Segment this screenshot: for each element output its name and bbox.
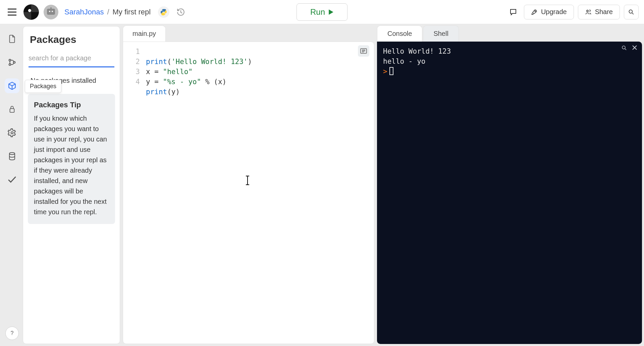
workspace: Packages ? Packages No packages installe… [0, 24, 644, 346]
help-button[interactable]: ? [5, 327, 19, 340]
breadcrumb-user-link[interactable]: SarahJonas [64, 8, 104, 16]
terminal-prompt-line: > [383, 66, 636, 76]
terminal-line: Hello World! 123 [383, 46, 636, 56]
svg-point-12 [9, 153, 15, 155]
run-button-label: Run [310, 7, 325, 17]
editor-tabs: main.py [123, 26, 374, 42]
terminal-cursor-icon [389, 67, 393, 75]
packages-tip-body: If you know which packages you want to u… [34, 113, 109, 217]
run-button[interactable]: Run [297, 3, 347, 21]
rocket-icon [531, 9, 538, 15]
markdown-preview-icon[interactable] [358, 45, 369, 57]
terminal-close-icon[interactable] [632, 45, 637, 51]
svg-point-14 [622, 46, 625, 49]
avatar[interactable] [44, 5, 58, 19]
console-tabs: Console Shell [377, 26, 642, 42]
svg-point-1 [49, 11, 50, 12]
editor-column: main.py 1 2 3 4 print('Hello World! 123'… [123, 26, 374, 344]
svg-rect-10 [10, 109, 14, 112]
svg-rect-3 [50, 7, 52, 9]
line-number: 3 [123, 67, 140, 77]
packages-panel: Packages No packages installed Packages … [23, 26, 120, 344]
people-icon [585, 9, 592, 15]
svg-point-8 [9, 64, 11, 65]
editor-tab-main[interactable]: main.py [123, 25, 166, 42]
python-language-icon [158, 6, 169, 18]
packages-panel-title: Packages [23, 26, 120, 50]
line-number: 1 [123, 47, 140, 57]
tab-shell[interactable]: Shell [423, 25, 459, 42]
history-icon[interactable] [174, 5, 187, 19]
terminal-search-icon[interactable] [621, 45, 627, 51]
packages-icon[interactable]: Packages [5, 78, 19, 93]
text-cursor-icon [247, 176, 248, 185]
breadcrumb-repl-name: My first repl [113, 8, 151, 16]
hamburger-menu-icon[interactable] [5, 5, 19, 19]
share-label: Share [595, 8, 613, 16]
terminal[interactable]: Hello World! 123 hello - yo > [377, 42, 642, 344]
line-number: 4 [123, 77, 140, 87]
terminal-controls [621, 45, 637, 51]
svg-point-6 [629, 10, 632, 13]
upgrade-label: Upgrade [541, 8, 567, 16]
secrets-icon[interactable] [5, 102, 19, 117]
package-search-input[interactable] [29, 50, 114, 67]
database-icon[interactable] [5, 149, 19, 164]
breadcrumb-separator: / [107, 8, 109, 16]
breadcrumb: SarahJonas / My first repl [64, 8, 151, 16]
sidebar-rail: Packages ? [1, 26, 23, 344]
files-icon[interactable] [5, 32, 19, 46]
rail-tooltip: Packages [25, 80, 61, 93]
packages-tip-title: Packages Tip [34, 101, 109, 109]
topbar-right-group: Upgrade Share [506, 5, 639, 19]
svg-point-7 [9, 59, 11, 61]
code-editor[interactable]: 1 2 3 4 print('Hello World! 123') x = "h… [123, 42, 374, 344]
svg-rect-0 [47, 9, 55, 15]
console-column: Console Shell Hello World! 123 hello - y… [377, 26, 642, 344]
svg-point-2 [52, 11, 53, 12]
tab-console[interactable]: Console [377, 25, 422, 42]
comment-icon[interactable] [506, 5, 520, 19]
share-button[interactable]: Share [578, 5, 620, 19]
terminal-line: hello - yo [383, 56, 636, 66]
help-label: ? [11, 330, 14, 336]
settings-icon[interactable] [5, 125, 19, 140]
editor-gutter: 1 2 3 4 [123, 42, 143, 344]
play-icon [328, 9, 334, 15]
replit-logo-icon[interactable] [23, 4, 39, 20]
svg-point-4 [535, 11, 536, 12]
svg-point-9 [13, 61, 15, 63]
left-column: Packages ? Packages No packages installe… [1, 26, 120, 344]
code-area[interactable]: print('Hello World! 123') x = "hello" y … [143, 42, 252, 344]
svg-point-11 [11, 132, 13, 134]
search-icon[interactable] [624, 5, 639, 19]
top-bar: SarahJonas / My first repl Run Upgrade S… [0, 0, 644, 24]
packages-tip-card: Packages Tip If you know which packages … [28, 94, 115, 224]
upgrade-button[interactable]: Upgrade [524, 5, 574, 19]
checkmark-icon[interactable] [5, 172, 19, 187]
version-control-icon[interactable] [5, 55, 19, 70]
svg-point-5 [587, 10, 588, 12]
line-number: 2 [123, 57, 140, 67]
